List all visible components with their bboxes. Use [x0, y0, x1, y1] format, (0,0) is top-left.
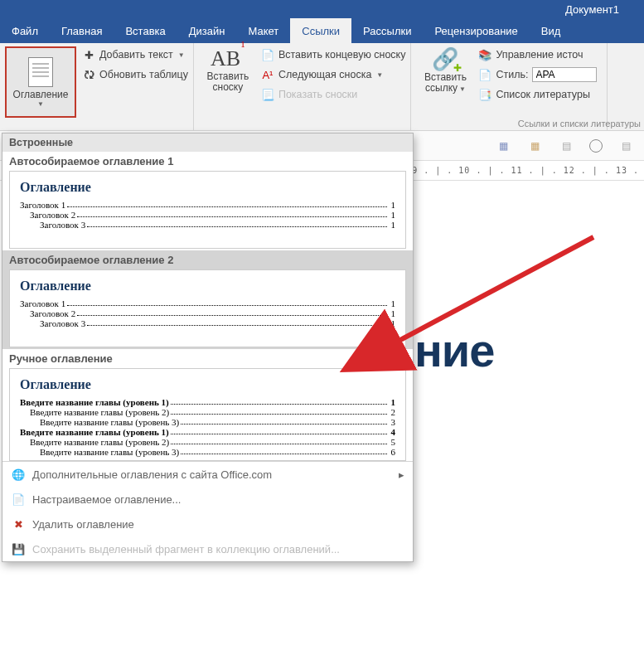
style-icon: 📄 — [477, 67, 492, 82]
custom-toc-button[interactable]: 📄 Настраиваемое оглавление... — [2, 487, 413, 512]
document-icon: 📄 — [11, 492, 26, 507]
preview-auto1: Оглавление Заголовок 11 Заголовок 21 Заг… — [9, 171, 406, 249]
remove-icon: ✖ — [11, 517, 26, 531]
next-footnote-button[interactable]: A¹ Следующая сноска ▼ — [260, 66, 406, 83]
remove-toc-button[interactable]: ✖ Удалить оглавление — [2, 512, 413, 536]
refresh-icon: 🗘 — [81, 67, 96, 82]
show-notes-icon: 📃 — [260, 87, 275, 102]
citation-style-select[interactable]: 📄 Стиль: — [477, 66, 602, 83]
circle-icon[interactable] — [589, 139, 603, 153]
table-icon[interactable]: ▦ — [495, 138, 511, 154]
save-selection-button: 💾 Сохранить выделенный фрагмент в коллек… — [2, 536, 413, 561]
gallery-item-auto-toc-2[interactable]: Автособираемое оглавление 2 Оглавление З… — [2, 250, 413, 349]
preview-auto2: Оглавление Заголовок 11 Заголовок 21 Заг… — [9, 269, 406, 347]
citation-style-value[interactable] — [532, 67, 597, 82]
next-icon: A¹ — [260, 67, 275, 82]
chevron-down-icon: ▼ — [459, 85, 466, 93]
tab-mailings[interactable]: Рассылки — [351, 18, 423, 43]
insert-endnote-button[interactable]: 📄 Вставить концевую сноску — [260, 46, 406, 63]
gallery-item-manual-toc[interactable]: Ручное оглавление Оглавление Введите наз… — [2, 349, 413, 461]
tab-insert[interactable]: Вставка — [114, 18, 177, 43]
document-icon — [28, 57, 53, 87]
chevron-down-icon: ▼ — [178, 51, 185, 59]
row-icon[interactable]: ▤ — [558, 138, 574, 154]
group-label-citations: Ссылки и списки литературы — [518, 118, 641, 129]
tab-references[interactable]: Ссылки — [290, 18, 351, 43]
endnote-icon: 📄 — [260, 47, 275, 62]
tab-file[interactable]: Файл — [0, 18, 50, 43]
chevron-down-icon: ▼ — [37, 100, 44, 108]
gallery-footer: 🌐 Дополнительные оглавления с сайта Offi… — [2, 461, 413, 561]
toc-button-label: Оглавление — [13, 89, 69, 100]
gallery-item-auto-toc-1[interactable]: Автособираемое оглавление 1 Оглавление З… — [2, 152, 413, 250]
insert-link-button[interactable]: 🔗✚ Вставить ссылку▼ — [416, 46, 474, 94]
preview-manual: Оглавление Введите название главы (урове… — [9, 368, 406, 461]
footnote-icon: AB1 — [211, 46, 245, 71]
chevron-right-icon: ▸ — [399, 468, 404, 481]
ribbon: Оглавление ▼ ✚ Добавить текст ▼ 🗘 Обнови… — [0, 43, 644, 131]
office-icon: 🌐 — [11, 467, 26, 482]
table-of-contents-button[interactable]: Оглавление ▼ — [5, 46, 76, 118]
table-of-contents-gallery: Встроенные Автособираемое оглавление 1 О… — [2, 133, 414, 562]
ribbon-tabs: Файл Главная Вставка Дизайн Макет Ссылки… — [0, 18, 644, 43]
table-icon[interactable]: ▦ — [526, 138, 543, 154]
add-text-icon: ✚ — [81, 47, 96, 62]
tab-design[interactable]: Дизайн — [177, 18, 237, 43]
chevron-down-icon: ▼ — [376, 71, 383, 79]
add-text-button[interactable]: ✚ Добавить текст ▼ — [81, 46, 188, 63]
tab-view[interactable]: Вид — [530, 18, 573, 43]
title-bar: Документ1 — [0, 0, 644, 18]
save-icon: 💾 — [11, 541, 26, 556]
tab-review[interactable]: Рецензирование — [423, 18, 529, 43]
sources-icon: 📚 — [477, 47, 492, 62]
bibliography-icon: 📑 — [477, 87, 492, 102]
row-icon[interactable]: ▤ — [617, 138, 634, 154]
show-notes-button[interactable]: 📃 Показать сноски — [260, 86, 406, 103]
manage-sources-button[interactable]: 📚 Управление источ — [477, 46, 602, 63]
insert-footnote-button[interactable]: AB1 Вставить сноску — [199, 46, 257, 93]
more-from-office-button[interactable]: 🌐 Дополнительные оглавления с сайта Offi… — [2, 462, 413, 487]
document-body[interactable]: ние — [414, 323, 494, 377]
link-icon: 🔗✚ — [432, 46, 458, 72]
section-header-builtin: Встроенные — [2, 133, 413, 152]
tab-home[interactable]: Главная — [50, 18, 114, 43]
update-table-button[interactable]: 🗘 Обновить таблицу — [81, 66, 188, 83]
heading-fragment: ние — [414, 323, 494, 377]
document-title: Документ1 — [565, 3, 619, 16]
bibliography-button[interactable]: 📑 Список литературы — [477, 86, 602, 103]
